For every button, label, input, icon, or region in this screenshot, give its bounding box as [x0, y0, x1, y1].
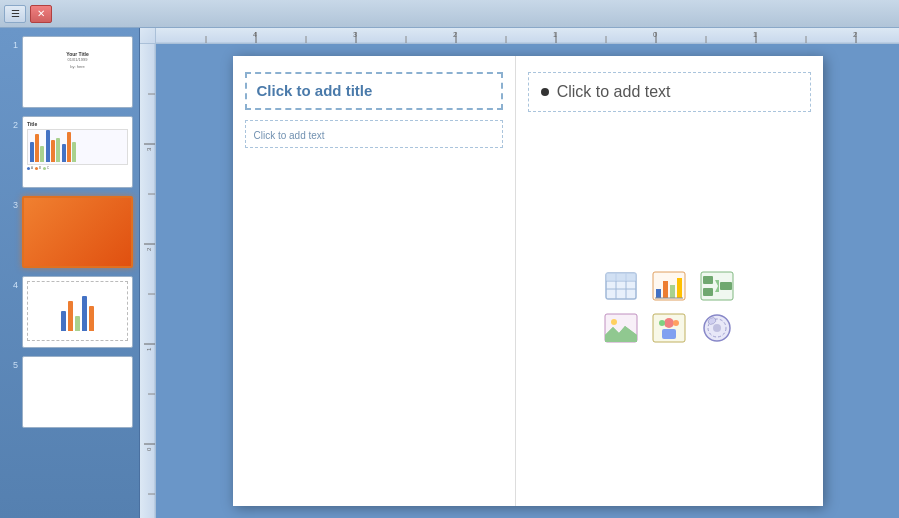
ruler-and-slide: 3 2 1 0 [140, 44, 899, 518]
svg-point-57 [664, 318, 674, 328]
svg-rect-44 [656, 289, 661, 298]
slide-thumbnail-4[interactable] [22, 276, 133, 348]
bullet-dot [541, 88, 549, 96]
bullet-text: Click to add text [541, 83, 798, 101]
slide-number-1: 1 [6, 40, 18, 50]
text-placeholder-small-text: Click to add text [254, 130, 325, 141]
svg-text:2: 2 [146, 247, 152, 251]
slide-thumb-container-4: 4 [6, 276, 133, 348]
svg-text:2: 2 [453, 31, 457, 38]
svg-point-60 [673, 320, 679, 326]
icons-row-1 [602, 269, 736, 303]
slide-left-pane: Click to add title Click to add text [233, 56, 516, 506]
svg-text:1: 1 [553, 31, 557, 38]
svg-text:2: 2 [853, 31, 857, 38]
clipart-icon[interactable] [650, 311, 688, 345]
slide-thumbnail-3[interactable] [22, 196, 133, 268]
svg-rect-42 [606, 273, 636, 281]
slide1-date: 01/01/1999 [23, 57, 132, 62]
top-bar: ☰ ✕ [0, 0, 899, 28]
slide4-inner [27, 281, 128, 341]
svg-text:1: 1 [753, 31, 757, 38]
ruler-vertical: 3 2 1 0 [140, 44, 156, 518]
slide-right-pane: Click to add text [516, 56, 823, 506]
table-icon[interactable] [602, 269, 640, 303]
svg-rect-50 [703, 276, 713, 284]
slide-thumbnail-2[interactable]: Title [22, 116, 133, 188]
ruler-corner [140, 28, 156, 44]
svg-rect-53 [720, 282, 732, 290]
main-slide: Click to add title Click to add text [233, 56, 823, 506]
slide2-chart [27, 129, 128, 165]
ruler-h-svg: 4 3 2 1 0 [156, 28, 899, 44]
svg-text:0: 0 [653, 31, 657, 38]
slide-top-section: Click to add title Click to add text [233, 56, 823, 506]
svg-point-55 [611, 319, 617, 325]
svg-rect-46 [670, 285, 675, 298]
icons-row-2 [602, 311, 736, 345]
svg-text:1: 1 [146, 347, 152, 351]
slide-viewport: Click to add title Click to add text [156, 44, 899, 518]
slide-number-3: 3 [6, 200, 18, 210]
main-area: 1 Your Title 01/01/1999 by: here 2 Title [0, 28, 899, 518]
svg-rect-47 [677, 278, 682, 298]
slide-thumbnail-5[interactable] [22, 356, 133, 428]
picture-icon[interactable] [602, 311, 640, 345]
smartart-icon[interactable] [698, 269, 736, 303]
svg-point-62 [713, 324, 721, 332]
chart-icon[interactable] [650, 269, 688, 303]
svg-point-59 [659, 320, 665, 326]
svg-text:3: 3 [353, 31, 357, 38]
slide2-title: Title [27, 121, 128, 127]
svg-rect-51 [703, 288, 713, 296]
slide1-sub: by: here [23, 64, 132, 69]
slide-panel: 1 Your Title 01/01/1999 by: here 2 Title [0, 28, 140, 518]
title-placeholder-text: Click to add title [257, 82, 373, 99]
svg-text:4: 4 [253, 31, 257, 38]
slide2-legend: A B C [27, 166, 128, 170]
slide-thumbnail-1[interactable]: Your Title 01/01/1999 by: here [22, 36, 133, 108]
text-placeholder-small[interactable]: Click to add text [245, 120, 503, 148]
bullet-placeholder[interactable]: Click to add text [528, 72, 811, 112]
svg-text:3: 3 [146, 147, 152, 151]
ruler-v-svg: 3 2 1 0 [140, 44, 156, 518]
slide-number-4: 4 [6, 280, 18, 290]
close-button[interactable]: ✕ [30, 5, 52, 23]
slide-thumb-container-1: 1 Your Title 01/01/1999 by: here [6, 36, 133, 108]
media-icon[interactable] [698, 311, 736, 345]
slide-thumb-container-5: 5 [6, 356, 133, 428]
slide4-chart [61, 291, 94, 331]
ruler-horizontal: 4 3 2 1 0 [156, 28, 899, 44]
list-button[interactable]: ☰ [4, 5, 26, 23]
svg-rect-45 [663, 281, 668, 298]
slide-number-2: 2 [6, 120, 18, 130]
bullet-placeholder-text: Click to add text [557, 83, 671, 101]
title-placeholder[interactable]: Click to add title [245, 72, 503, 110]
content-area: 4 3 2 1 0 [140, 28, 899, 518]
insert-icons [528, 124, 811, 490]
svg-rect-58 [662, 329, 676, 339]
slide-number-5: 5 [6, 360, 18, 370]
slide-thumb-container-3: 3 [6, 196, 133, 268]
svg-text:0: 0 [146, 447, 152, 451]
slide-thumb-container-2: 2 Title [6, 116, 133, 188]
